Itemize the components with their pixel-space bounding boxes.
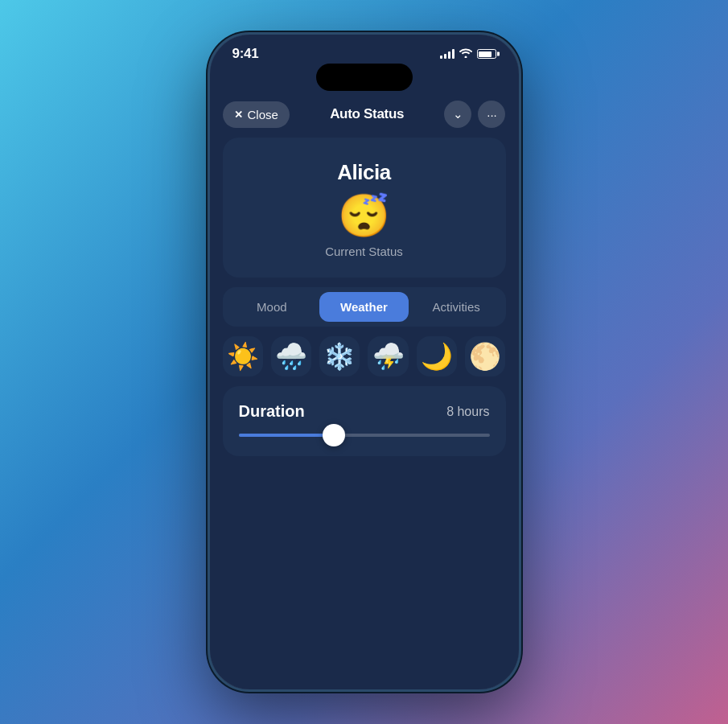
more-button[interactable]: ···	[478, 101, 505, 128]
tab-activities[interactable]: Activities	[412, 292, 501, 322]
profile-card: Alicia 😴 Current Status	[223, 138, 506, 278]
tab-bar: Mood Weather Activities	[223, 287, 506, 327]
weather-rainy-button[interactable]: 🌧️	[271, 336, 311, 376]
duration-card: Duration 8 hours	[223, 386, 506, 456]
rainy-icon: 🌧️	[275, 341, 307, 372]
current-status-label: Current Status	[325, 245, 403, 258]
sunny-icon: ☀️	[227, 341, 259, 372]
nav-title: Auto Status	[330, 106, 404, 122]
battery-icon	[477, 49, 496, 59]
stormy-icon: ⛈️	[372, 341, 405, 372]
status-bar: 9:41	[210, 35, 519, 67]
profile-name: Alicia	[337, 160, 390, 185]
duration-value: 8 hours	[446, 405, 489, 419]
tab-weather[interactable]: Weather	[319, 292, 409, 322]
ellipsis-icon: ···	[487, 108, 497, 121]
weather-moon-button[interactable]: 🌕	[465, 336, 505, 376]
content: Alicia 😴 Current Status Mood Weather Act…	[210, 138, 519, 689]
close-icon: ✕	[234, 109, 243, 121]
chevron-down-icon: ⌄	[453, 107, 463, 121]
signal-bars-icon	[440, 49, 454, 59]
close-label: Close	[248, 108, 278, 121]
duration-label: Duration	[239, 402, 305, 421]
status-time: 9:41	[232, 46, 259, 62]
weather-sunny-button[interactable]: ☀️	[223, 336, 263, 376]
screen: 9:41 ✕	[210, 35, 519, 689]
nav-actions: ⌄ ···	[444, 101, 505, 128]
duration-slider-fill	[239, 434, 335, 437]
weather-night-button[interactable]: 🌙	[417, 336, 457, 376]
tab-mood[interactable]: Mood	[228, 292, 317, 322]
night-sparkle-icon: 🌙	[421, 341, 453, 372]
snowy-icon: ❄️	[323, 341, 356, 372]
phone-frame: 9:41 ✕	[208, 32, 521, 692]
dynamic-island	[316, 64, 413, 91]
status-emoji: 😴	[338, 195, 390, 237]
duration-slider-thumb[interactable]	[323, 424, 345, 446]
weather-emoji-row: ☀️ 🌧️ ❄️ ⛈️ 🌙 🌕	[223, 336, 506, 376]
duration-slider-track[interactable]	[239, 434, 490, 437]
full-moon-icon: 🌕	[469, 341, 501, 372]
wifi-icon	[459, 47, 472, 60]
weather-stormy-button[interactable]: ⛈️	[368, 336, 408, 376]
status-icons	[440, 47, 496, 60]
chevron-down-button[interactable]: ⌄	[444, 101, 471, 128]
duration-header: Duration 8 hours	[239, 402, 490, 421]
weather-snowy-button[interactable]: ❄️	[319, 336, 360, 376]
nav-bar: ✕ Close Auto Status ⌄ ···	[210, 97, 519, 138]
close-button[interactable]: ✕ Close	[223, 101, 290, 128]
